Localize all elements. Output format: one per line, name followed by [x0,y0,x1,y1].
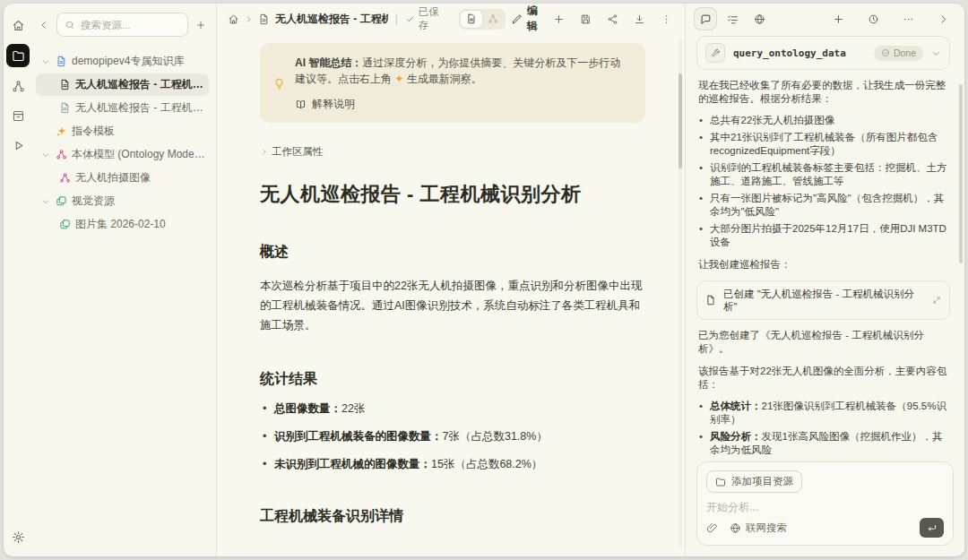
add-resource-button[interactable] [193,17,209,33]
tasks-tab-button[interactable] [722,8,743,30]
rail-files-button[interactable] [6,44,30,67]
workspace-attributes-toggle[interactable]: 工作区属性 [260,145,645,159]
scrollbar-thumb[interactable] [959,84,963,263]
ontology-graph-icon [56,149,67,160]
ai-summary-card: AI 智能总结：通过深度分析，为你提供摘要、关键分析及下一步行动建议等。点击右上… [260,43,645,123]
folder-icon [715,477,726,487]
tree-item-report-selected[interactable]: 无人机巡检报告 - 工程机械识别分析 [36,73,209,96]
tool-call-card[interactable]: query_ontology_data Done [696,36,950,70]
settings-button[interactable] [7,526,29,547]
tree-item-visual-resources[interactable]: 视觉资源 [36,190,209,212]
plus-icon [553,13,565,25]
explain-label: 解释说明 [312,97,355,112]
history-button[interactable] [862,8,884,30]
tree-item-templates[interactable]: 指令模板 [36,120,209,142]
paperclip-icon[interactable] [706,522,718,534]
breadcrumb-title[interactable]: 无人机巡检报告 - 工程机... [275,12,388,27]
document-view-button[interactable] [461,11,482,28]
created-report-card[interactable]: 已创建 "无人机巡检报告 - 工程机械识别分析" [696,280,950,320]
save-status: 已保存 [405,5,445,32]
lightbulb-icon [272,56,286,112]
chevron-down-icon[interactable] [39,56,51,67]
scrollbar-thumb[interactable] [678,73,682,168]
pencil-icon [511,13,523,25]
play-icon [12,139,25,152]
graph-view-button[interactable] [482,11,504,28]
chevron-down-icon[interactable] [39,149,51,160]
assistant-paragraph: 已为您创建了《无人机巡检报告 - 工程机械识别分析》。 [698,329,950,356]
tree-item-drone-images-model[interactable]: 无人机拍摄图像 [36,167,209,189]
list-item: 总图像数量：22张 [260,401,645,418]
globe-icon [730,522,741,534]
list-item: 识别到的工程机械装备标签主要包括：挖掘机、土方施工、道路施工、管线施工等 [698,161,950,188]
overview-heading: 概述 [260,243,645,262]
explain-button[interactable]: 解释说明 [295,97,631,112]
chevron-down-icon[interactable] [39,195,51,207]
images-icon [56,195,67,207]
chat-bubble-icon [700,13,712,25]
tree-item-report-2[interactable]: 无人机巡检报告 - 工程机械识别分析 [36,97,209,119]
chat-tab-button[interactable] [695,8,716,30]
document-header: 无人机巡检报告 - 工程机... | 已保存 编辑 [217,4,685,34]
web-search-toggle[interactable]: 联网搜索 [730,521,787,535]
more-options-button[interactable] [897,8,919,30]
report-points-list: 总体统计：21张图像识别到工程机械装备（95.5%识别率） 风险分析：发现1张高… [698,400,950,454]
search-box[interactable] [56,13,188,37]
status-badge: Done [874,46,923,61]
share-nodes-icon [607,13,618,25]
rail-home-button[interactable] [7,14,29,36]
page-title: 无人机巡检报告 - 工程机械识别分析 [260,181,645,208]
add-project-resource-button[interactable]: 添加项目资源 [706,470,802,493]
new-chat-button[interactable] [827,8,849,30]
add-button[interactable] [553,13,565,25]
chat-input-area: 添加项目资源 联网搜索 [686,454,964,556]
workspace-attributes-label: 工作区属性 [272,145,324,159]
document-icon [258,13,270,25]
tree-item-label: 无人机巡检报告 - 工程机械识别分析 [75,77,205,92]
share-button[interactable] [607,13,618,25]
divider: | [395,13,398,25]
gear-icon [12,530,25,544]
rail-run-button[interactable] [7,134,29,156]
resource-tree: demopipev4专属知识库 无人机巡检报告 - 工程机械识别分析 无人机巡检… [36,49,209,237]
rail-library-button[interactable] [7,105,29,126]
chat-messages: query_ontology_data Done 现在我已经收集了所有必要的数据… [686,34,964,454]
app-window: demopipev4专属知识库 无人机巡检报告 - 工程机械识别分析 无人机巡检… [4,4,964,556]
more-options-button[interactable] [661,13,672,25]
plus-icon [833,13,844,25]
search-icon [65,20,75,30]
archive-icon [12,109,25,123]
wrench-icon [705,43,725,63]
tree-item-ontology-models[interactable]: 本体模型 (Ontology Models) [36,143,209,166]
send-button[interactable] [920,518,944,538]
collapse-panel-button[interactable] [932,8,954,30]
chevron-down-icon[interactable] [931,48,941,58]
sparkle-icon: ✦ [394,73,403,85]
search-input[interactable] [81,20,180,30]
chevron-right-icon [260,148,268,156]
chevron-right-icon [938,13,949,25]
rail-ontology-button[interactable] [7,75,29,97]
chevron-right-icon [245,15,253,23]
list-item: 其中21张识别到了工程机械装备（所有图片都包含recognizedEquipme… [698,131,950,158]
tree-item-label: 无人机巡检报告 - 工程机械识别分析 [75,100,205,116]
check-icon [405,14,415,24]
ellipsis-icon [903,13,914,25]
save-button[interactable] [580,13,592,25]
edit-button[interactable]: 编辑 [511,4,538,34]
tree-item-image-set[interactable]: 图片集 2026-02-10 [36,213,209,236]
graph-nodes-icon [12,80,25,93]
plus-icon [195,20,206,30]
chat-input-card[interactable]: 添加项目资源 联网搜索 [696,461,954,546]
chat-message-input[interactable] [706,501,944,513]
download-button[interactable] [634,13,645,25]
tree-item-knowledge-base[interactable]: demopipev4专属知识库 [36,50,209,73]
graph-nodes-icon [488,13,498,24]
home-icon[interactable] [228,13,239,25]
expand-icon[interactable] [932,296,941,305]
web-search-label: 联网搜索 [746,521,787,535]
detail-heading: 工程机械装备识别详情 [260,507,645,526]
sparkle-icon [56,125,67,137]
web-tab-button[interactable] [748,8,770,30]
collapse-sidebar-button[interactable] [36,17,52,33]
